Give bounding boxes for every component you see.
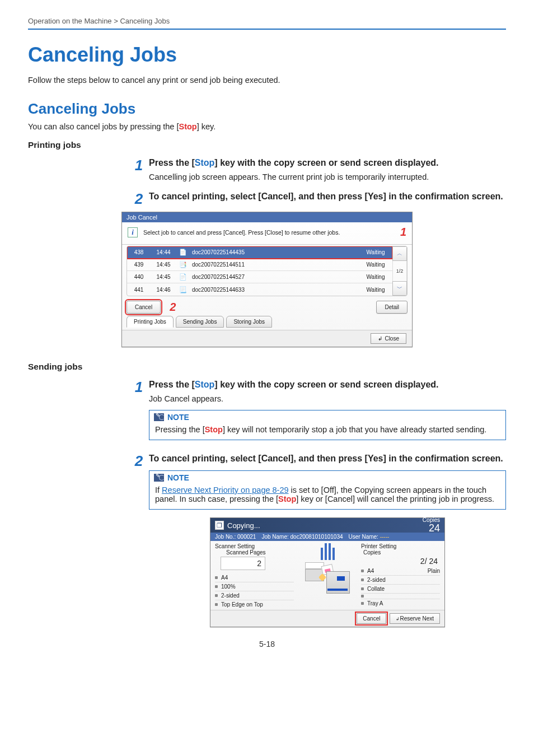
note-icon [154,474,164,482]
sending-step-number-1: 1 [132,380,149,394]
bullet-icon [361,578,364,581]
note1-b: ] key will not temporarily stop a job th… [223,425,487,434]
cell-name: doc20070225144633 [190,287,359,293]
tab-printing-jobs[interactable]: Printing Jobs [127,316,174,328]
cell-num: 441 [127,287,151,293]
bullet-icon [215,594,218,597]
doc-type-icon: 📑 [176,261,190,268]
tab-sending-jobs[interactable]: Sending Jobs [176,316,224,328]
username-value: ----- [380,534,390,540]
list-item: Top Edge on Top [221,601,263,608]
subintro-part-b: ] key. [197,122,216,131]
step1-title: Press the [Stop] key with the copy scree… [149,158,506,168]
list-item: A4 [221,575,228,581]
bullet-icon [215,585,218,588]
stop-key-text: Stop [179,122,197,131]
scanned-pages-label: Scanned Pages [215,549,294,556]
printer-setting-label: Printer Setting [361,543,440,549]
list-item: 2-sided [221,592,240,599]
cell-time: 14:44 [151,249,176,255]
sending-step1-title: Press the [Stop] key with the copy scree… [149,380,506,390]
jobname-label: Job Name: [261,534,288,540]
note2-stop: Stop [278,494,296,503]
step2-title: To cancel printing, select [Cancel], and… [149,192,506,202]
note-body-2: If Reserve Next Priority on page 8-29 is… [149,484,505,509]
note2-c: ] key or [Cancel] will cancel the printi… [296,494,494,503]
jobno-value: 000021 [237,534,256,540]
doc-type-icon: 📃 [176,286,190,293]
note-label: NOTE [167,413,189,422]
sending-step1-title-a: Press the [ [149,380,195,389]
copying-title: Copying... [227,521,260,530]
table-row[interactable]: 440 14:45 📄 doc20070225144527 Waiting [127,271,392,283]
note-box-1: NOTE Pressing the [Stop] key will not te… [149,410,506,440]
list-item: 2-sided [367,577,386,583]
note-box-2: NOTE If Reserve Next Priority on page 8-… [149,470,506,510]
section-title-h2: Canceling Jobs [28,100,506,118]
sending-step1-title-b: ] key with the copy screen or send scree… [214,380,438,389]
device-illustration [305,562,350,594]
bullet-icon [361,587,364,590]
breadcrumb: Operation on the Machine > Canceling Job… [28,17,506,25]
cell-num: 438 [127,249,151,255]
step1-title-a: Press the [ [149,158,195,167]
page-indicator: 1/2 [392,261,407,281]
page-number: 5-18 [28,640,506,648]
table-row[interactable]: 439 14:45 📑 doc20070225144511 Waiting [127,259,392,271]
scroll-down-button[interactable]: ﹀ [392,281,407,296]
count-display: 2/ 24 [361,556,440,567]
cell-num: 439 [127,262,151,268]
subintro: You can also cancel jobs by pressing the… [28,122,506,131]
cell-time: 14:45 [151,262,176,268]
progress-bars-icon [321,543,335,560]
job-table: 438 14:44 📄 doc20070225144435 Waiting 43… [127,246,407,296]
username-label: User Name: [349,534,378,540]
tab-storing-jobs[interactable]: Storing Jobs [226,316,272,328]
close-label: Close [385,335,399,342]
sending-step-number-2: 2 [132,454,149,468]
intro-text: Follow the steps below to cancel any pri… [28,76,506,85]
step1-title-b: ] key with the copy screen or send scree… [214,158,438,167]
panel-info-text: Select job to cancel and press [Cancel].… [143,229,340,236]
note-icon [154,413,164,421]
step-number-2: 2 [132,192,149,206]
sending-step1-stop: Stop [195,380,215,389]
job-cancel-panel: Job Cancel i Select job to cancel and pr… [121,212,413,347]
cell-name: doc20070225144527 [190,274,359,280]
bullet-icon [361,570,364,572]
cell-status: Waiting [359,249,392,255]
printing-jobs-heading: Printing jobs [28,140,506,150]
step1-stop: Stop [195,158,215,167]
scanner-settings-list: A4 100% 2-sided Top Edge on Top [215,573,294,609]
detail-button[interactable]: Detail [376,301,407,314]
scroll-up-button[interactable]: ︿ [392,246,407,261]
scanner-setting-label: Scanner Setting [215,543,294,549]
cell-status: Waiting [359,274,392,280]
list-item: Tray A [367,600,383,606]
note-label-2: NOTE [167,473,189,482]
enter-icon: ↲ [378,335,382,342]
note-body-1: Pressing the [Stop] key will not tempora… [149,424,505,440]
panel-title: Job Cancel [122,212,412,222]
cell-name: doc20070225144511 [190,262,359,268]
top-rule [28,29,506,30]
table-row[interactable]: 438 14:44 📄 doc20070225144435 Waiting [127,246,392,259]
reserve-next-button[interactable]: ↲Reserve Next [390,613,440,624]
cancel-button[interactable]: Cancel [127,301,161,314]
step1-text: Cancelling job screen appears. The curre… [149,172,506,181]
callout-1: 1 [400,226,406,239]
printer-settings-list: A4Plain 2-sided Collate Tray A [361,567,440,608]
jobname-value: doc20081010101034 [291,534,343,540]
copying-panel: ❐ Copying... Copies 24 Job No.: 000021 J… [210,517,445,627]
list-item: Collate [367,586,385,592]
table-row[interactable]: 441 14:46 📃 doc20070225144633 Waiting [127,283,392,296]
list-item: A4 [367,568,374,574]
note1-a: Pressing the [ [155,425,205,434]
copy-cancel-button[interactable]: Cancel [357,613,386,624]
reserve-next-link[interactable]: Reserve Next Priority on page 8-29 [162,486,288,494]
note2-a: If [155,486,162,494]
cell-num: 440 [127,274,151,280]
reserve-next-label: Reserve Next [400,615,434,622]
copies-small-label: Copies [361,549,440,556]
close-button[interactable]: ↲Close [371,333,406,344]
